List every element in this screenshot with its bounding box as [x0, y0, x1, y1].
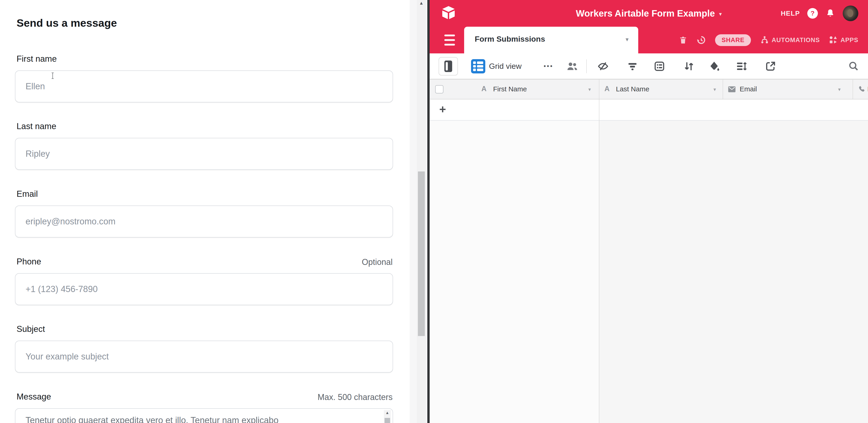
chevron-down-icon[interactable]: ▾ [719, 9, 722, 17]
chevron-down-icon[interactable]: ▾ [588, 87, 591, 92]
collaborators-icon[interactable] [566, 60, 579, 72]
text-field-icon: A [482, 85, 487, 93]
hide-fields-icon[interactable] [597, 60, 609, 72]
text-field-icon: A [604, 85, 610, 93]
group-icon[interactable] [653, 60, 665, 72]
page-scroll-thumb[interactable] [418, 172, 425, 336]
window-gutter: ▲ [410, 0, 430, 423]
last-name-label: Last name [17, 122, 56, 131]
message-maxchars-hint: Max. 500 characters [318, 392, 393, 402]
airtable-pane: Workers Airtable Form Example ▾ HELP ? F… [430, 0, 868, 423]
sort-icon[interactable] [683, 60, 695, 72]
view-name[interactable]: Grid view [489, 62, 522, 71]
column-header-last-name[interactable]: A Last Name ▾ [599, 80, 723, 99]
view-toolbar: Grid view ••• [430, 53, 868, 79]
apps-button[interactable]: APPS [829, 35, 858, 45]
column-header-phone[interactable]: Phone [853, 80, 868, 99]
share-button[interactable]: SHARE [715, 34, 751, 46]
add-record-row[interactable]: + [430, 99, 868, 121]
filter-icon[interactable] [626, 60, 639, 72]
column-header-first-name[interactable]: A First Name ▾ [430, 80, 599, 99]
avatar[interactable] [843, 5, 858, 21]
page-title: Send us a message [17, 17, 117, 29]
help-button[interactable]: HELP [781, 10, 800, 17]
frozen-column-divider [599, 99, 599, 121]
ibeam-cursor [51, 72, 54, 79]
grid-view-icon[interactable] [471, 59, 485, 73]
window-divider[interactable] [427, 0, 430, 423]
subject-label-row: Subject [15, 324, 393, 335]
automations-button[interactable]: AUTOMATIONS [760, 35, 820, 46]
grid-body-frozen [430, 121, 599, 423]
row-height-icon[interactable] [736, 60, 747, 72]
first-name-label: First name [17, 54, 57, 64]
phone-label-row: Phone Optional [15, 257, 393, 267]
help-question-icon[interactable]: ? [807, 8, 818, 19]
base-title[interactable]: Workers Airtable Form Example [576, 8, 715, 19]
bell-icon[interactable] [825, 8, 835, 19]
chevron-down-icon[interactable]: ▾ [626, 36, 628, 43]
phone-label: Phone [17, 257, 41, 267]
grid-body [599, 121, 868, 423]
email-label: Email [17, 189, 38, 199]
subject-label: Subject [17, 324, 45, 334]
table-name: Form Submissions [475, 34, 545, 43]
scrollbar-up-icon[interactable]: ▲ [417, 0, 426, 6]
scroll-up-icon[interactable]: ▲ [384, 411, 391, 415]
plus-icon[interactable]: + [439, 103, 446, 116]
page-scrollbar[interactable]: ▲ [417, 0, 426, 423]
sidebar-toggle-icon [444, 61, 452, 72]
email-label-row: Email [15, 189, 393, 200]
phone-optional-hint: Optional [362, 257, 393, 267]
message-label: Message [17, 392, 51, 401]
textarea-scrollbar[interactable]: ▲ [384, 410, 391, 423]
airtable-header: Workers Airtable Form Example ▾ HELP ? [430, 0, 868, 27]
sidebar-toggle-button[interactable] [439, 57, 458, 75]
grid-column-headers: A First Name ▾ A Last Name ▾ Email ▾ Pho… [430, 79, 868, 99]
view-options-icon[interactable]: ••• [544, 63, 553, 70]
open-view-icon[interactable] [765, 60, 776, 72]
apps-label: APPS [840, 37, 858, 44]
toolbar-divider [586, 59, 587, 73]
message-label-row: Message Max. 500 characters [15, 392, 393, 402]
message-textarea[interactable]: Tenetur optio quaerat expedita vero et i… [15, 408, 393, 423]
automations-icon [760, 35, 769, 46]
search-icon[interactable] [848, 60, 859, 72]
subject-input[interactable] [15, 341, 393, 372]
first-name-label-row: First name [15, 54, 393, 65]
email-field-icon [728, 86, 736, 93]
chevron-down-icon[interactable]: ▾ [838, 87, 841, 92]
contact-form-pane: Send us a message First name Last name E… [0, 0, 410, 423]
phone-input[interactable] [15, 273, 393, 305]
color-icon[interactable] [708, 60, 720, 72]
last-name-input[interactable] [15, 138, 393, 170]
menu-icon[interactable] [444, 34, 455, 46]
history-icon[interactable] [696, 35, 706, 45]
tab-form-submissions[interactable]: Form Submissions ▾ [464, 27, 638, 53]
email-input[interactable] [15, 206, 393, 238]
trash-icon[interactable] [679, 35, 687, 45]
message-text: Tenetur optio quaerat expedita vero et i… [26, 414, 374, 423]
table-tab-bar: Form Submissions ▾ SHARE AUT [430, 27, 868, 53]
apps-icon [829, 35, 838, 45]
last-name-label-row: Last name [15, 122, 393, 132]
phone-field-icon [857, 85, 865, 93]
textarea-scroll-thumb[interactable] [384, 418, 390, 423]
chevron-down-icon[interactable]: ▾ [713, 87, 716, 92]
first-name-input[interactable] [15, 70, 393, 102]
automations-label: AUTOMATIONS [772, 37, 820, 44]
column-header-email[interactable]: Email ▾ [723, 80, 852, 99]
